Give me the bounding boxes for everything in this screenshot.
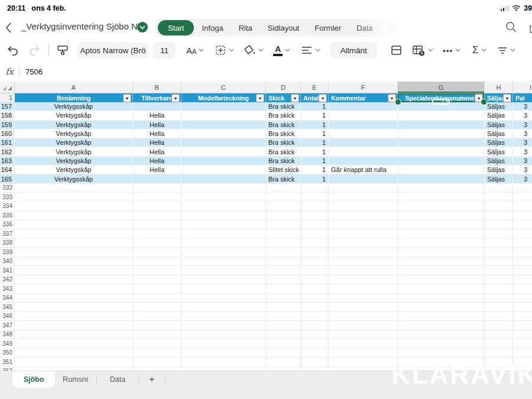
cell-I348[interactable] [513, 330, 532, 340]
cell-F342[interactable] [329, 275, 398, 285]
column-header-I[interactable]: I [513, 82, 532, 93]
cell-D343[interactable] [266, 284, 301, 294]
cell-B158[interactable]: Hella [133, 111, 181, 120]
cell-F343[interactable] [329, 284, 398, 294]
cell-C336[interactable] [181, 220, 266, 230]
row-number-165[interactable]: 165 [0, 174, 15, 183]
selection-handle-right[interactable] [481, 99, 487, 105]
cell-E162[interactable]: 1 [301, 147, 329, 156]
cell-F345[interactable] [329, 303, 398, 312]
cell-D347[interactable] [266, 321, 301, 330]
cell-H160[interactable]: Säljas [485, 129, 513, 138]
column-header-C[interactable]: C [181, 82, 266, 93]
cell-I337[interactable] [513, 229, 532, 239]
cell-G343[interactable] [398, 284, 485, 294]
format-as-table-button[interactable]: $ [412, 44, 433, 57]
cell-A333[interactable] [15, 193, 133, 202]
row-number-349[interactable]: 349 [0, 339, 15, 349]
cell-I333[interactable] [513, 193, 532, 202]
cell-I349[interactable] [513, 339, 532, 349]
cell-E337[interactable] [301, 229, 329, 239]
row-number-347[interactable]: 347 [0, 321, 15, 330]
row-number-335[interactable]: 335 [0, 211, 15, 220]
cell-B161[interactable]: Hella [133, 138, 181, 147]
cell-C332[interactable] [181, 184, 266, 193]
cell-A349[interactable] [15, 339, 133, 349]
cell-G350[interactable] [398, 349, 485, 358]
cell-D341[interactable] [266, 266, 301, 275]
cell-E346[interactable] [301, 312, 329, 322]
cell-I162[interactable]: 3 [513, 147, 532, 156]
cell-G345[interactable] [398, 303, 485, 312]
cell-B340[interactable] [133, 257, 181, 267]
cell-I342[interactable] [513, 275, 532, 285]
cell-F347[interactable] [329, 321, 398, 330]
cell-I163[interactable]: 3 [513, 157, 532, 166]
row-number-341[interactable]: 341 [0, 266, 15, 275]
cell-A350[interactable] [15, 349, 133, 358]
cell-D339[interactable] [266, 248, 301, 257]
cell-G163[interactable] [398, 157, 485, 166]
cell-G339[interactable] [398, 248, 485, 257]
filter-dropdown-button[interactable]: ▼ [123, 94, 131, 102]
row-number-159[interactable]: 159 [0, 121, 15, 129]
cell-C343[interactable] [181, 284, 266, 294]
header-cell-B[interactable]: Tillverkare▼ [133, 93, 181, 102]
cell-B350[interactable] [133, 349, 181, 358]
cell-H332[interactable] [485, 184, 513, 193]
cell-F333[interactable] [329, 193, 398, 202]
cell-C333[interactable] [181, 193, 266, 202]
cell-F339[interactable] [329, 248, 398, 257]
cell-I343[interactable] [513, 284, 532, 294]
filter-dropdown-button[interactable]: ▼ [291, 94, 299, 102]
filter-dropdown-button[interactable]: ▼ [256, 94, 264, 102]
cell-F158[interactable] [329, 111, 398, 120]
cell-I341[interactable] [513, 266, 532, 275]
cell-G346[interactable] [398, 312, 485, 322]
sort-filter-button[interactable] [497, 46, 515, 55]
cell-G334[interactable] [398, 202, 485, 212]
cell-G158[interactable] [398, 111, 485, 120]
cell-F344[interactable] [329, 294, 398, 303]
row-number-350[interactable]: 350 [0, 349, 15, 358]
cell-C164[interactable] [181, 166, 266, 174]
cell-H348[interactable] [485, 330, 513, 340]
cell-H165[interactable]: Säljas [485, 174, 513, 183]
cell-A164[interactable]: Verktygskåp [15, 166, 133, 174]
cell-C350[interactable] [181, 349, 266, 358]
cell-C165[interactable] [181, 174, 266, 183]
row-number-338[interactable]: 338 [0, 239, 15, 248]
filter-dropdown-button[interactable]: ▼ [503, 94, 511, 102]
cell-B346[interactable] [133, 312, 181, 322]
cell-C161[interactable] [181, 138, 266, 147]
cell-H161[interactable]: Säljas [485, 138, 513, 147]
cell-G333[interactable] [398, 193, 485, 202]
cell-F336[interactable] [329, 220, 398, 230]
cell-G165[interactable] [398, 174, 485, 183]
row-number-348[interactable]: 348 [0, 330, 15, 340]
row-number-343[interactable]: 343 [0, 284, 15, 294]
cell-F349[interactable] [329, 339, 398, 349]
cell-B343[interactable] [133, 284, 181, 294]
cell-E340[interactable] [301, 257, 329, 267]
cell-A335[interactable] [15, 211, 133, 220]
cell-H346[interactable] [485, 312, 513, 322]
row-number-339[interactable]: 339 [0, 248, 15, 257]
cell-D349[interactable] [266, 339, 301, 349]
cell-E158[interactable]: 1 [301, 111, 329, 120]
cell-I339[interactable] [513, 248, 532, 257]
row-number-160[interactable]: 160 [0, 129, 15, 138]
cell-G164[interactable] [398, 166, 485, 174]
row-number-158[interactable]: 158 [0, 111, 15, 120]
cell-C337[interactable] [181, 229, 266, 239]
cell-I164[interactable]: 3 [513, 166, 532, 174]
cell-A340[interactable] [15, 257, 133, 267]
text-format-button[interactable]: AA [186, 46, 204, 56]
merge-cells-button[interactable] [390, 44, 403, 56]
fill-handle[interactable] [432, 99, 450, 105]
cell-E350[interactable] [301, 349, 329, 358]
search-button[interactable] [505, 21, 517, 36]
alignment-button[interactable] [301, 46, 320, 55]
cell-F350[interactable] [329, 349, 398, 358]
cell-I345[interactable] [513, 303, 532, 312]
